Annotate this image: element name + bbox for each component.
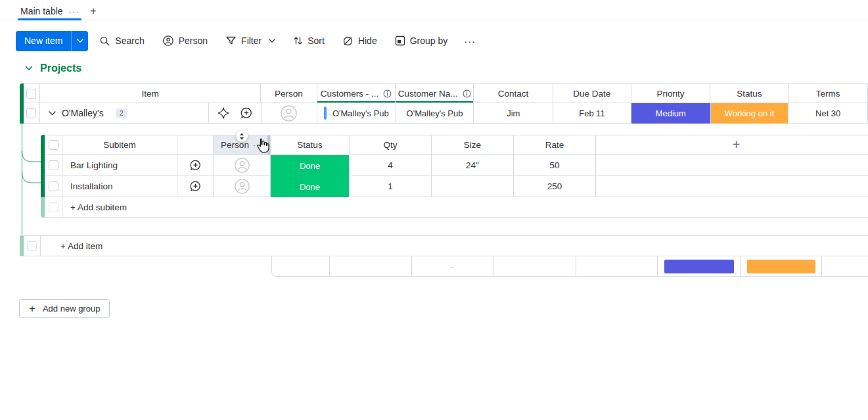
- subitems-select-all-checkbox[interactable]: [49, 140, 58, 150]
- subitem-person-cell[interactable]: [214, 176, 271, 197]
- column-header-item[interactable]: Item: [40, 83, 261, 103]
- group-title[interactable]: Projects: [40, 62, 81, 74]
- new-item-button[interactable]: New item: [16, 31, 71, 51]
- column-header-contact[interactable]: Contact: [474, 83, 553, 103]
- subitem-rate-cell[interactable]: 250: [514, 176, 596, 197]
- row-checkbox-cell[interactable]: [24, 103, 40, 124]
- person-cell[interactable]: [262, 103, 317, 124]
- due-date-cell[interactable]: Feb 11: [553, 103, 631, 124]
- summary-customer-name-cell: -: [412, 256, 493, 277]
- item-name-cell[interactable]: O'Malley's 2: [40, 103, 209, 124]
- collapse-subitems-icon[interactable]: [49, 111, 56, 116]
- sparkle-icon[interactable]: [217, 106, 230, 120]
- priority-summary-bar[interactable]: [664, 260, 734, 273]
- status-cell[interactable]: Working on it: [711, 103, 789, 124]
- summary-status-cell[interactable]: [741, 256, 822, 277]
- subitem-size-cell[interactable]: [432, 176, 514, 197]
- tab-options-icon[interactable]: ···: [69, 7, 80, 16]
- sort-arrows-icon: [239, 133, 244, 140]
- subitems-select-all-cell[interactable]: [45, 135, 62, 155]
- subitem-status-cell[interactable]: Done: [271, 155, 350, 176]
- customer-name-cell[interactable]: O'Malley's Pub: [396, 103, 474, 124]
- add-new-group-label: Add new group: [43, 304, 100, 314]
- column-header-customers[interactable]: Customers - ...: [317, 83, 396, 103]
- priority-cell[interactable]: Medium: [631, 103, 711, 124]
- subitem-checkbox-cell[interactable]: [45, 176, 62, 197]
- item-row: O'Malley's 2 O'Malley's Pub O'Malley's P…: [24, 103, 868, 124]
- subitem-checkbox-cell[interactable]: [45, 155, 62, 176]
- subitem-size-cell[interactable]: 24": [432, 155, 514, 176]
- contact-cell[interactable]: Jim: [474, 103, 553, 124]
- column-header-subitem-status[interactable]: Status: [271, 135, 350, 155]
- column-header-subitem[interactable]: Subitem: [62, 135, 177, 155]
- column-header-customer-name[interactable]: Customer Na...: [396, 83, 474, 103]
- column-header-qty[interactable]: Qty: [350, 135, 432, 155]
- add-item-row[interactable]: + Add item: [20, 235, 868, 256]
- status-chip[interactable]: Done: [271, 176, 349, 197]
- add-item-checkbox-cell: [24, 236, 41, 256]
- status-chip[interactable]: Working on it: [711, 103, 788, 124]
- subitems-color-bar-faded: [41, 197, 45, 218]
- subitem-checkbox[interactable]: [49, 160, 58, 170]
- person-filter-button[interactable]: Person: [156, 31, 214, 51]
- add-conversation-icon[interactable]: [189, 180, 202, 193]
- search-label: Search: [115, 35, 144, 46]
- status-summary-bar[interactable]: [747, 260, 815, 273]
- filter-button[interactable]: Filter: [219, 31, 282, 51]
- group-by-button[interactable]: Group by: [388, 31, 455, 51]
- subitem-qty-cell[interactable]: 1: [350, 176, 432, 197]
- subitem-name-cell[interactable]: Installation: [62, 176, 177, 197]
- column-sort-button[interactable]: [236, 130, 248, 142]
- subitems-header-row: Subitem Person ··· Status Qty Size Rate …: [45, 135, 868, 155]
- select-all-checkbox[interactable]: [26, 89, 36, 99]
- new-item-dropdown-button[interactable]: [71, 31, 88, 51]
- add-view-button[interactable]: +: [85, 3, 101, 19]
- subitem-conversation-cell[interactable]: [177, 176, 214, 197]
- subitem-checkbox[interactable]: [49, 181, 58, 191]
- chevron-down-icon: [77, 39, 83, 43]
- chevron-down-icon: [269, 39, 275, 43]
- toolbar-more-button[interactable]: ···: [459, 35, 481, 47]
- add-conversation-icon[interactable]: [240, 106, 253, 120]
- column-header-due-date[interactable]: Due Date: [553, 83, 631, 103]
- row-checkbox[interactable]: [26, 108, 36, 118]
- subitem-status-cell[interactable]: Done: [271, 176, 350, 197]
- column-header-priority[interactable]: Priority: [631, 83, 711, 103]
- add-subitem-row[interactable]: + Add subitem: [45, 197, 868, 218]
- add-subitem-button[interactable]: + Add subitem: [62, 197, 868, 218]
- summary-priority-cell[interactable]: [658, 256, 741, 277]
- column-header-size[interactable]: Size: [432, 135, 514, 155]
- subitem-person-cell[interactable]: [214, 155, 271, 176]
- add-item-button[interactable]: + Add item: [41, 236, 103, 256]
- column-header-person[interactable]: Person: [261, 83, 317, 103]
- subitem-rate-cell[interactable]: 50: [514, 155, 596, 176]
- column-header-terms[interactable]: Terms: [788, 83, 868, 103]
- sort-button[interactable]: Sort: [286, 31, 331, 51]
- column-header-rate[interactable]: Rate: [514, 135, 596, 155]
- add-item-color-bar: [20, 236, 24, 256]
- summary-person-cell: [271, 256, 330, 277]
- add-new-group-button[interactable]: + Add new group: [19, 299, 110, 318]
- active-tab-underline: [18, 18, 81, 20]
- terms-cell[interactable]: Net 30: [788, 103, 868, 124]
- subitem-qty-cell[interactable]: 4: [350, 155, 432, 176]
- tab-main-table[interactable]: Main table ···: [18, 3, 82, 19]
- column-header-status[interactable]: Status: [710, 83, 788, 103]
- hide-button[interactable]: Hide: [336, 31, 384, 51]
- priority-chip[interactable]: Medium: [631, 103, 710, 124]
- add-conversation-icon[interactable]: [189, 159, 202, 172]
- avatar-placeholder-icon: [280, 105, 298, 122]
- customers-link-cell[interactable]: O'Malley's Pub: [317, 103, 396, 124]
- info-icon: [463, 89, 471, 98]
- main-table-header-row: Item Person Customers - ... Customer Na.…: [24, 83, 868, 103]
- search-icon: [99, 35, 110, 47]
- item-name[interactable]: O'Malley's: [62, 108, 104, 118]
- add-column-button[interactable]: +: [596, 135, 868, 155]
- subitem-name-cell[interactable]: Bar Lighting: [62, 155, 177, 176]
- select-all-checkbox-cell[interactable]: [24, 83, 40, 103]
- search-button[interactable]: Search: [93, 31, 150, 51]
- group-collapse-icon[interactable]: [25, 66, 33, 71]
- subitems-table: Subitem Person ··· Status Qty Size Rate …: [41, 135, 868, 218]
- status-chip[interactable]: Done: [271, 155, 349, 176]
- subitem-conversation-cell[interactable]: [177, 155, 214, 176]
